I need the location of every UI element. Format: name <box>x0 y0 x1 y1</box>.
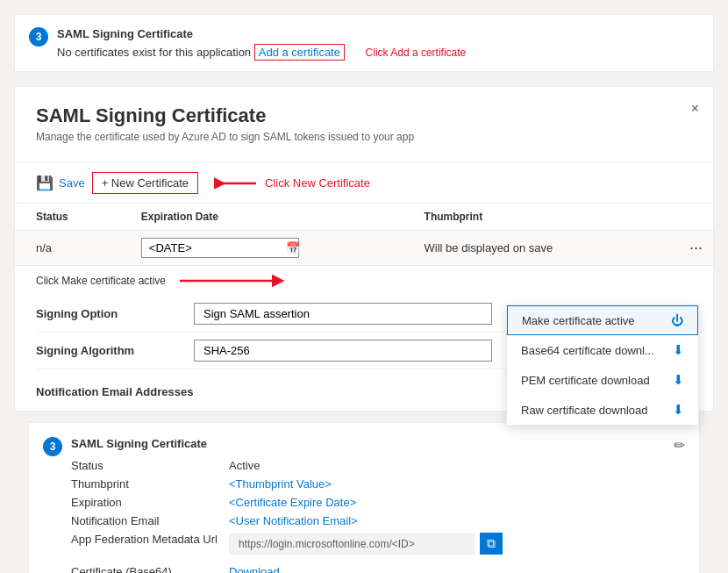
panel-header: SAML Signing Certificate Manage the cert… <box>15 87 713 163</box>
new-cert-hint: Click New Certificate <box>214 175 370 192</box>
cert-base64-download[interactable]: Download <box>229 565 685 573</box>
date-field[interactable] <box>149 241 281 254</box>
signing-option-label: Signing Option <box>36 307 194 320</box>
download-icon-2: ⬇ <box>673 372 684 388</box>
signing-option-value[interactable] <box>194 303 492 325</box>
edit-button[interactable]: ✏ <box>674 437 685 454</box>
download-icon-1: ⬇ <box>673 342 684 358</box>
panel-title: SAML Signing Certificate <box>36 104 692 127</box>
save-button[interactable]: 💾 Save <box>36 175 85 191</box>
save-label: Save <box>59 176 85 190</box>
copy-url-button[interactable]: ⧉ <box>480 533 503 555</box>
thumbprint-value: <Thumbprint Value> <box>229 477 685 491</box>
dropdown-menu: Make certificate active ⏻ Base64 certifi… <box>506 304 699 426</box>
make-active-label: Make certificate active <box>522 314 635 327</box>
dropdown-base64[interactable]: Base64 certificate downl... ⬇ <box>507 335 698 365</box>
main-panel: SAML Signing Certificate Manage the cert… <box>14 86 714 412</box>
expiration-value: <Certificate Expire Date> <box>229 496 685 509</box>
left-arrow-icon <box>214 175 258 192</box>
federation-url-value: https://login.microsoftonline.com/<ID> <box>229 534 475 555</box>
bottom-box-title: SAML Signing Certificate <box>71 437 207 450</box>
pem-label: PEM certificate download <box>521 374 650 387</box>
status-label: Status <box>71 459 229 472</box>
col-status: Status <box>15 204 120 231</box>
base64-label: Base64 certificate downl... <box>521 344 654 357</box>
date-input-container[interactable]: 📅 <box>141 238 299 258</box>
dropdown-raw[interactable]: Raw certificate download ⬇ <box>507 395 698 425</box>
certificate-table: Status Expiration Date Thumbprint n/a 📅 <box>15 204 713 266</box>
top-box-title: SAML Signing Certificate <box>57 27 699 40</box>
signing-algorithm-value[interactable] <box>194 340 492 362</box>
federation-url-label: App Federation Metadata Url <box>71 533 229 555</box>
bottom-box-content: SAML Signing Certificate ✏ Status Active… <box>71 437 685 573</box>
annotation-row: Click Make certificate active <box>15 266 713 296</box>
save-icon: 💾 <box>36 175 54 191</box>
top-info-box: 3 SAML Signing Certificate No certificat… <box>14 14 714 72</box>
cert-thumbprint: Will be displayed on save <box>403 231 646 266</box>
dropdown-make-active[interactable]: Make certificate active ⏻ <box>507 305 698 335</box>
col-actions <box>645 204 713 231</box>
new-cert-hint-text: Click New Certificate <box>265 176 370 190</box>
close-button[interactable]: × <box>691 101 699 117</box>
col-thumbprint: Thumbprint <box>403 204 646 231</box>
new-certificate-button[interactable]: + New Certificate <box>92 172 198 194</box>
annotation-text: Click Make certificate active <box>36 275 166 287</box>
bottom-info-box: 3 SAML Signing Certificate ✏ Status Acti… <box>28 422 700 573</box>
new-cert-label: + New Certificate <box>102 176 189 190</box>
cert-date: 📅 <box>120 231 403 266</box>
raw-label: Raw certificate download <box>521 404 648 417</box>
url-row: https://login.microsoftonline.com/<ID> ⧉ <box>229 533 685 555</box>
download-icon-3: ⬇ <box>673 402 684 418</box>
add-certificate-link[interactable]: Add a certificate <box>254 44 345 61</box>
signing-algorithm-label: Signing Algorithm <box>36 344 194 357</box>
thumbprint-label: Thumbprint <box>71 477 229 491</box>
power-icon: ⏻ <box>671 313 683 327</box>
table-row: n/a 📅 Will be displayed on save ··· <box>15 231 713 266</box>
cert-base64-label: Certificate (Base64) <box>71 565 229 573</box>
top-box-body: No certificates exist for this applicati… <box>57 46 699 59</box>
dropdown-pem[interactable]: PEM certificate download ⬇ <box>507 365 698 395</box>
right-arrow-icon <box>180 271 285 290</box>
add-cert-hint: Click Add a certificate <box>366 47 467 59</box>
notification-email-value: <User Notification Email> <box>229 514 685 527</box>
download-grid: Certificate (Base64) Download Certificat… <box>71 565 685 573</box>
panel-subtitle: Manage the certificate used by Azure AD … <box>36 131 692 143</box>
info-grid: Status Active Thumbprint <Thumbprint Val… <box>71 459 685 555</box>
cert-status: n/a <box>15 231 120 266</box>
notification-email-label: Notification Email <box>71 514 229 527</box>
cert-actions: ··· <box>645 231 713 266</box>
expiration-label: Expiration <box>71 496 229 509</box>
col-expiration: Expiration Date <box>120 204 403 231</box>
toolbar: 💾 Save + New Certificate Click New Certi… <box>15 163 713 204</box>
step-badge-top: 3 <box>29 27 48 47</box>
status-value: Active <box>229 459 685 472</box>
top-box-content: SAML Signing Certificate No certificates… <box>57 27 699 59</box>
more-actions-button[interactable]: ··· <box>686 239 706 257</box>
step-badge-bottom: 3 <box>43 437 62 456</box>
top-box-text: No certificates exist for this applicati… <box>57 46 251 59</box>
calendar-icon: 📅 <box>286 241 300 254</box>
